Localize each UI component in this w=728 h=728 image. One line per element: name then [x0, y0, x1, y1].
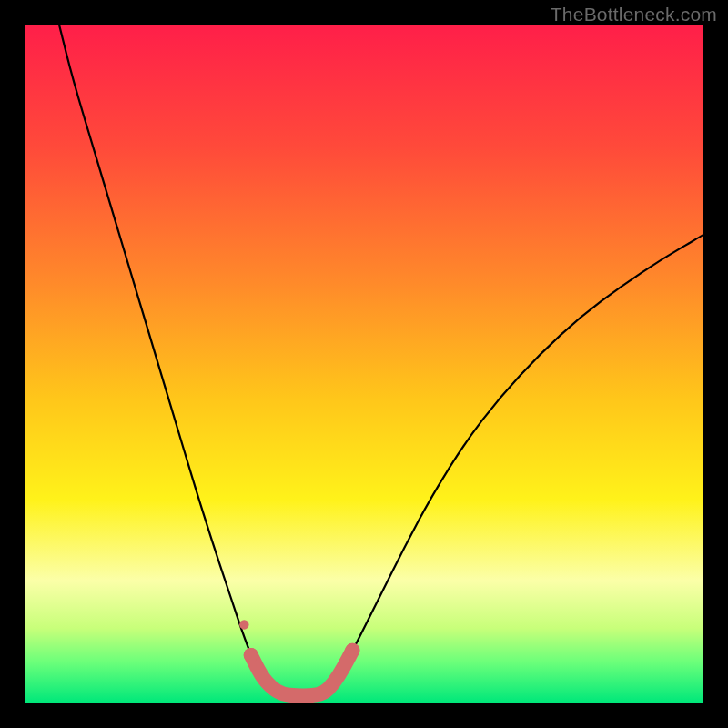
optimal-range-dot — [239, 620, 248, 629]
chart-frame: TheBottleneck.com — [0, 0, 728, 728]
chart-background — [25, 25, 703, 703]
chart-svg — [25, 25, 703, 703]
optimal-range-dot — [244, 648, 258, 662]
chart-plot-area — [25, 25, 703, 703]
optimal-range-dot — [345, 643, 359, 658]
watermark-label: TheBottleneck.com — [551, 4, 717, 25]
